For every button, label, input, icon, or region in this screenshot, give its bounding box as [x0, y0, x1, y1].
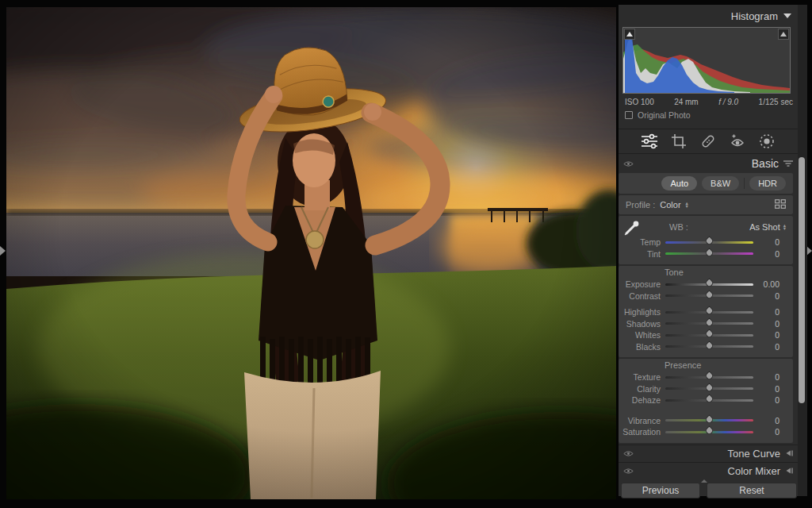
hdr-button[interactable]: HDR: [749, 176, 786, 190]
left-panel-show-arrow-icon[interactable]: [0, 246, 6, 256]
profile-row: Profile : Color ▴▾: [619, 195, 793, 214]
reset-button[interactable]: Reset: [707, 483, 797, 498]
temp-value[interactable]: 0: [753, 237, 787, 247]
texture-slider[interactable]: [665, 376, 753, 379]
edit-sliders-tool-icon[interactable]: [641, 133, 658, 150]
photo-illustration: [6, 7, 616, 499]
color-mixer-panel-header[interactable]: Color Mixer: [619, 462, 798, 479]
shadow-clipping-button[interactable]: [624, 29, 635, 40]
crop-tool-icon[interactable]: [670, 133, 688, 150]
blacks-slider[interactable]: [665, 345, 753, 348]
profile-label: Profile :: [626, 200, 655, 210]
original-photo-row: Original Photo: [619, 108, 798, 122]
profile-value[interactable]: Color: [660, 200, 680, 210]
contrast-slider-row: Contrast 0: [619, 291, 793, 302]
shutter-value: 1/125 sec: [759, 98, 793, 106]
dehaze-value[interactable]: 0: [753, 395, 787, 405]
original-photo-label: Original Photo: [638, 110, 691, 120]
highlights-slider-thumb[interactable]: [704, 306, 714, 316]
dehaze-label: Dehaze: [619, 395, 661, 405]
clarity-slider-thumb[interactable]: [704, 383, 714, 393]
basic-solo-mode-icon[interactable]: [783, 160, 793, 167]
clarity-value[interactable]: 0: [753, 384, 787, 394]
edit-panel: Histogram ISO 100 24 mm f / 9.0 1/125 se…: [619, 5, 798, 496]
presence-box: Presence Texture 0 Clarity 0 Dehaze 0 Vi…: [619, 359, 793, 443]
clarity-slider-row: Clarity 0: [619, 383, 793, 395]
right-panel-hide-arrow-icon[interactable]: [806, 246, 812, 256]
tint-label: Tint: [619, 249, 661, 259]
tone-box: Tone Exposure 0.00 Contrast 0 Highlights…: [619, 266, 793, 357]
color-mixer-collapse-icon[interactable]: [785, 467, 793, 475]
previous-button[interactable]: Previous: [621, 483, 700, 498]
highlight-clipping-button[interactable]: [778, 29, 789, 40]
tool-strip: [619, 129, 798, 154]
basic-panel-header[interactable]: Basic: [619, 154, 798, 173]
histogram-header[interactable]: Histogram: [619, 5, 798, 27]
auto-button[interactable]: Auto: [661, 176, 697, 190]
shadows-slider-thumb[interactable]: [704, 318, 714, 328]
whites-slider-row: Whites 0: [619, 329, 793, 341]
texture-slider-thumb[interactable]: [704, 371, 714, 381]
masking-tool-icon[interactable]: [758, 133, 776, 150]
contrast-value[interactable]: 0: [753, 291, 787, 301]
whites-slider[interactable]: [665, 334, 753, 337]
tint-slider[interactable]: [665, 252, 753, 255]
color-mixer-eye-icon[interactable]: [623, 468, 634, 475]
whites-value[interactable]: 0: [753, 330, 787, 340]
clarity-label: Clarity: [619, 384, 661, 394]
exposure-slider[interactable]: [665, 283, 753, 286]
texture-slider-row: Texture 0: [619, 371, 793, 383]
shadows-slider-row: Shadows 0: [619, 318, 793, 330]
profile-browser-icon[interactable]: [775, 199, 786, 210]
blacks-slider-thumb[interactable]: [704, 341, 714, 351]
tone-curve-eye-icon[interactable]: [623, 450, 634, 457]
vibrance-slider[interactable]: [665, 419, 753, 421]
profile-chevrons-icon[interactable]: ▴▾: [686, 202, 688, 209]
dehaze-slider-thumb[interactable]: [704, 394, 714, 404]
highlights-slider[interactable]: [665, 311, 753, 314]
vibrance-value[interactable]: 0: [753, 416, 787, 425]
tint-slider-row: Tint 0: [619, 248, 793, 260]
tone-curve-collapse-icon[interactable]: [785, 449, 793, 457]
texture-value[interactable]: 0: [753, 372, 787, 382]
vibrance-slider-thumb[interactable]: [704, 414, 714, 425]
texture-label: Texture: [619, 372, 661, 382]
saturation-slider[interactable]: [665, 431, 753, 433]
highlights-slider-row: Highlights 0: [619, 306, 793, 318]
original-photo-checkbox[interactable]: [625, 111, 633, 119]
contrast-slider[interactable]: [665, 294, 753, 297]
saturation-slider-thumb[interactable]: [704, 425, 714, 436]
healing-tool-icon[interactable]: [699, 133, 717, 150]
photo-canvas[interactable]: [6, 7, 616, 499]
exposure-value[interactable]: 0.00: [753, 279, 787, 289]
dehaze-slider[interactable]: [665, 399, 753, 402]
wb-chevrons-icon[interactable]: ▴▾: [783, 224, 786, 231]
wb-value[interactable]: As Shot: [749, 222, 780, 232]
exposure-slider-thumb[interactable]: [704, 278, 714, 288]
highlights-value[interactable]: 0: [753, 307, 787, 317]
whites-slider-thumb[interactable]: [704, 329, 714, 339]
bw-button[interactable]: B&W: [702, 176, 739, 190]
saturation-value[interactable]: 0: [753, 427, 787, 437]
tint-value[interactable]: 0: [753, 249, 787, 259]
panel-scrollbar-thumb[interactable]: [799, 157, 805, 403]
exif-info-row: ISO 100 24 mm f / 9.0 1/125 sec: [625, 95, 793, 108]
dehaze-slider-row: Dehaze 0: [619, 394, 793, 406]
clarity-slider[interactable]: [665, 387, 753, 390]
wb-eyedropper-icon[interactable]: [622, 218, 642, 239]
basic-panel-title: Basic: [752, 157, 779, 170]
temp-slider[interactable]: [665, 241, 753, 244]
contrast-slider-thumb[interactable]: [704, 290, 714, 300]
basic-eye-icon[interactable]: [623, 160, 634, 167]
shadows-value[interactable]: 0: [753, 319, 787, 329]
shadows-slider[interactable]: [665, 322, 753, 325]
temp-slider-thumb[interactable]: [704, 236, 714, 246]
histogram-graph[interactable]: [622, 27, 791, 94]
tone-curve-panel-header[interactable]: Tone Curve: [619, 444, 798, 462]
red-eye-tool-icon[interactable]: [729, 133, 746, 150]
tint-slider-thumb[interactable]: [704, 248, 714, 258]
histogram-collapse-icon[interactable]: [783, 13, 791, 18]
blacks-value[interactable]: 0: [753, 342, 787, 352]
wb-label: WB :: [669, 222, 688, 232]
footer-divider-handle[interactable]: [701, 479, 707, 483]
